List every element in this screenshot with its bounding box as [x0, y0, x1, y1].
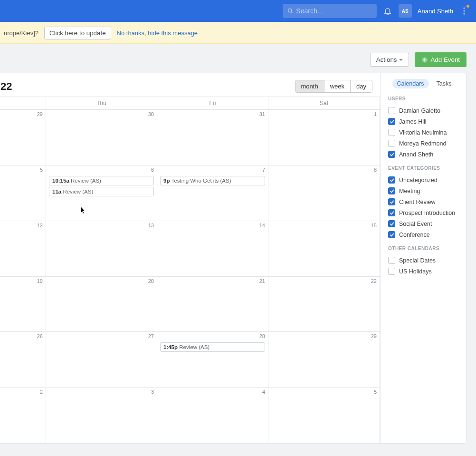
- calendar-cell[interactable]: 20: [46, 277, 157, 332]
- calendar-cell[interactable]: 610:15a Review (AS)11a Review (AS): [46, 165, 157, 221]
- search-box[interactable]: [283, 4, 377, 18]
- calendar-cell[interactable]: 79p Testing Who Get its (AS): [157, 165, 268, 221]
- calendar-cell[interactable]: 15: [268, 221, 380, 276]
- cell-date: 13: [148, 223, 154, 228]
- checkbox-row[interactable]: Social Event: [388, 218, 460, 229]
- tab-tasks[interactable]: Tasks: [432, 79, 457, 88]
- calendar-cell[interactable]: 5: [0, 165, 46, 221]
- calendar-cell[interactable]: 281:45p Review (AS): [157, 332, 268, 387]
- checkbox-row[interactable]: Prospect Introduction: [388, 207, 460, 218]
- checkbox-row[interactable]: Anand Sheth: [388, 149, 460, 160]
- calendar-cell[interactable]: 12: [0, 221, 46, 276]
- calendar-cell[interactable]: 30: [46, 110, 157, 165]
- cell-date: 19: [37, 278, 43, 284]
- svg-point-3: [463, 10, 465, 11]
- view-day-button[interactable]: day: [351, 80, 372, 92]
- event-chip[interactable]: 9p Testing Who Get its (AS): [160, 176, 265, 185]
- checkbox[interactable]: [388, 151, 395, 158]
- checkbox-row[interactable]: US Holidays: [388, 266, 460, 277]
- search-input[interactable]: [296, 7, 371, 15]
- checkbox-label: Prospect Introduction: [399, 210, 455, 216]
- checkbox-label: Meeting: [399, 188, 420, 194]
- svg-point-0: [288, 9, 291, 12]
- calendar-row: 19202122: [0, 277, 380, 332]
- calendar-grid: 29303115610:15a Review (AS)11a Review (A…: [0, 110, 380, 443]
- calendar-cell[interactable]: 26: [0, 332, 46, 387]
- checkbox-label: Viktoriia Neuimina: [399, 129, 447, 136]
- calendar-cell[interactable]: 8: [268, 165, 380, 221]
- calendar-cell[interactable]: 19: [0, 277, 46, 332]
- checkbox-row[interactable]: Moreya Redmond: [388, 138, 460, 149]
- event-chip[interactable]: 10:15a Review (AS): [49, 176, 154, 185]
- calendar-cell[interactable]: 3: [46, 388, 157, 443]
- toolbar: Actions Add Event: [0, 44, 476, 73]
- checkbox[interactable]: [388, 231, 395, 238]
- checkbox[interactable]: [388, 268, 395, 275]
- sidebar-section-title: EVENT CATEGORIES: [388, 165, 460, 171]
- event-chip[interactable]: 1:45p Review (AS): [160, 342, 265, 352]
- checkbox[interactable]: [388, 257, 395, 264]
- calendar-cell[interactable]: 22: [268, 277, 380, 332]
- checkbox[interactable]: [388, 198, 395, 205]
- dismiss-banner-link[interactable]: No thanks, hide this message: [117, 29, 198, 37]
- calendar-cell[interactable]: 29: [0, 110, 46, 165]
- view-month-button[interactable]: month: [295, 80, 324, 92]
- calendar-cell[interactable]: 13: [46, 221, 157, 276]
- caret-down-icon: [399, 59, 403, 61]
- cell-date: 28: [259, 333, 265, 339]
- calendar-row: 12131415: [0, 221, 380, 277]
- calendar-cell[interactable]: 1: [268, 110, 380, 165]
- checkbox[interactable]: [388, 118, 395, 125]
- event-time: 9p: [163, 178, 171, 184]
- calendar-cell[interactable]: 4: [157, 388, 268, 443]
- calendar-cell[interactable]: 2: [0, 388, 46, 443]
- cell-date: 29: [371, 333, 377, 339]
- calendar-cell[interactable]: 27: [46, 332, 157, 387]
- add-event-button[interactable]: Add Event: [415, 52, 467, 67]
- sidebar-section-title: OTHER CALENDARS: [388, 246, 460, 251]
- calendar: 22 month week day ThuFriSat 29303115610:…: [0, 73, 381, 443]
- cell-date: 6: [151, 167, 154, 173]
- calendar-cell[interactable]: 5: [268, 388, 380, 443]
- checkbox[interactable]: [388, 176, 395, 184]
- checkbox-row[interactable]: Viktoriia Neuimina: [388, 127, 460, 138]
- update-timezone-button[interactable]: Click here to update: [44, 27, 111, 39]
- checkbox-row[interactable]: James Hill: [388, 116, 460, 127]
- checkbox-label: Social Event: [399, 221, 432, 227]
- event-chip[interactable]: 11a Review (AS): [49, 187, 154, 196]
- timezone-banner: urope/Kiev]? Click here to update No tha…: [0, 22, 476, 44]
- checkbox-row[interactable]: Special Dates: [388, 255, 460, 266]
- main-panel: 22 month week day ThuFriSat 29303115610:…: [0, 73, 466, 444]
- more-menu-button[interactable]: [457, 4, 471, 18]
- tab-calendars[interactable]: Calendars: [392, 79, 429, 88]
- avatar[interactable]: AS: [399, 4, 412, 18]
- cell-date: 5: [40, 167, 43, 173]
- calendar-cell[interactable]: 21: [157, 277, 268, 332]
- checkbox[interactable]: [388, 140, 395, 147]
- notifications-button[interactable]: [381, 4, 395, 18]
- event-label: Testing Who Get its (AS): [171, 178, 231, 184]
- checkbox-label: Special Dates: [399, 257, 436, 264]
- checkbox[interactable]: [388, 129, 395, 136]
- checkbox-label: Client Review: [399, 199, 435, 205]
- checkbox-label: Conference: [399, 232, 430, 238]
- bell-icon: [383, 7, 392, 15]
- checkbox[interactable]: [388, 187, 395, 194]
- calendar-cell[interactable]: 29: [268, 332, 380, 387]
- checkbox[interactable]: [388, 209, 395, 216]
- checkbox-row[interactable]: Conference: [388, 229, 460, 240]
- cell-date: 8: [374, 167, 377, 173]
- actions-button[interactable]: Actions: [370, 53, 409, 67]
- checkbox-row[interactable]: Meeting: [388, 185, 460, 196]
- checkbox[interactable]: [388, 107, 395, 114]
- checkbox[interactable]: [388, 220, 395, 227]
- calendar-cell[interactable]: 14: [157, 221, 268, 276]
- checkbox-row[interactable]: Client Review: [388, 196, 460, 207]
- checkbox-row[interactable]: Damian Galetto: [388, 105, 460, 116]
- day-header: Thu: [46, 97, 157, 109]
- view-week-button[interactable]: week: [324, 80, 351, 92]
- checkbox-row[interactable]: Uncategorized: [388, 175, 460, 185]
- calendar-cell[interactable]: 31: [157, 110, 268, 165]
- svg-point-4: [463, 13, 465, 14]
- search-icon: [287, 8, 294, 14]
